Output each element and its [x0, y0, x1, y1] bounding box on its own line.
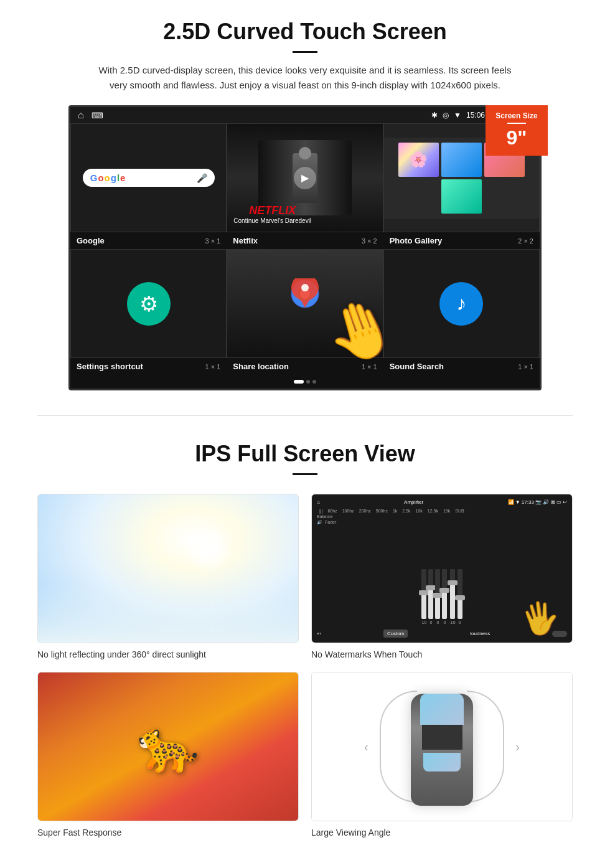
- app-label-row1: Google 3 × 1 Netflix 3 × 2 Photo Gallery…: [70, 232, 540, 249]
- share-location-cell[interactable]: 🤚: [227, 249, 383, 358]
- sound-search-cell[interactable]: ♪: [383, 249, 540, 358]
- usb-icon: ⌨: [92, 111, 103, 120]
- car-view-image: ‹ ›: [311, 672, 573, 821]
- car-body: [411, 694, 473, 806]
- cheetah-emoji: 🐆: [137, 717, 199, 776]
- dot-3: [312, 380, 316, 384]
- amp-nav-back: «‹: [317, 631, 321, 636]
- sunlight-image: [37, 494, 299, 643]
- ips-item-car: ‹ › Large Viewing Angle: [311, 672, 573, 837]
- netflix-label: Netflix 3 × 2: [227, 236, 383, 245]
- amp-home: ⌂: [317, 499, 320, 505]
- car-arrow-right: ›: [515, 740, 520, 754]
- gallery-app-size: 2 × 2: [518, 237, 533, 245]
- netflix-info: NETFLIX Continue Marvel's Daredevil: [233, 204, 311, 224]
- sunlight-flare: [184, 524, 233, 574]
- amp-loudness-label: loudness: [470, 631, 490, 636]
- sunlight-visual: [38, 494, 298, 643]
- sound-search-app-name: Sound Search: [390, 362, 444, 371]
- app-grid-row2: ⚙: [70, 249, 540, 358]
- amp-fader-label: 🔊 Fader: [317, 520, 567, 525]
- amp-hand-icon: 🖐: [518, 597, 562, 639]
- ips-item-sunlight: No light reflecting under 360° direct su…: [37, 494, 299, 659]
- netflix-app-size: 3 × 2: [362, 237, 377, 245]
- amp-bar-4: 0: [442, 569, 447, 625]
- maps-icon: [286, 278, 324, 329]
- car-arrow-left: ‹: [364, 740, 368, 754]
- screen-size-badge: Screen Size 9": [486, 105, 548, 156]
- section1-description: With 2.5D curved-display screen, this de…: [93, 63, 517, 93]
- car-windshield: [420, 694, 464, 725]
- badge-title: Screen Size: [494, 111, 539, 120]
- netflix-logo: NETFLIX: [233, 204, 311, 217]
- amp-freq-labels: ||| 60hz100hz200hz500hz1k2.5k10k12.5k15k…: [317, 509, 567, 513]
- amp-bar-3: 0: [435, 569, 440, 625]
- ips-item-cheetah: 🐆 Super Fast Response: [37, 672, 299, 837]
- section-divider: [37, 415, 573, 416]
- settings-cell[interactable]: ⚙: [70, 249, 227, 358]
- play-button[interactable]: ▶: [294, 167, 316, 189]
- google-logo: Google: [90, 172, 126, 183]
- settings-app-size: 1 × 1: [205, 363, 221, 370]
- badge-size: 9": [494, 126, 539, 149]
- badge-divider: [507, 123, 526, 124]
- amp-balance-label: Balance: [317, 514, 567, 519]
- amp-bar-1: 10: [421, 569, 426, 625]
- watermark-caption: No Watermarks When Touch: [311, 649, 573, 659]
- time-display: 15:06: [466, 111, 485, 120]
- car-caption: Large Viewing Angle: [311, 828, 573, 837]
- section-curved-screen: 2.5D Curved Touch Screen With 2.5D curve…: [0, 0, 610, 397]
- status-bar: ⌂ ⌨ ✱ ◎ ▼ 15:06 ⊡ ◁) ⊠ ▭: [70, 107, 540, 123]
- app-label-row2: Settings shortcut 1 × 1 Share location 1…: [70, 358, 540, 375]
- status-bar-left: ⌂ ⌨: [78, 110, 103, 121]
- amp-custom-btn[interactable]: Custom: [383, 630, 408, 638]
- settings-icon: ⚙: [127, 282, 171, 326]
- amp-title: Amplifier: [404, 499, 423, 505]
- car-roof: [422, 725, 462, 750]
- google-search-bar[interactable]: Google 🎤: [83, 169, 215, 187]
- gallery-thumb-4: [441, 179, 482, 214]
- netflix-cell[interactable]: ▶ NETFLIX Continue Marvel's Daredevil: [227, 123, 383, 232]
- home-icon[interactable]: ⌂: [78, 110, 84, 121]
- car-top-view-visual: ‹ ›: [312, 672, 572, 821]
- dot-1: [294, 380, 304, 384]
- cheetah-caption: Super Fast Response: [37, 828, 299, 837]
- share-location-app-name: Share location: [233, 362, 289, 371]
- google-widget-cell[interactable]: Google 🎤: [70, 123, 227, 232]
- bluetooth-icon: ✱: [431, 111, 438, 120]
- section2-divider: [293, 473, 317, 475]
- pagination-dots: [70, 375, 540, 389]
- netflix-app-name: Netflix: [233, 236, 258, 245]
- sound-search-icon: ♪: [439, 282, 483, 326]
- mic-icon[interactable]: 🎤: [197, 173, 207, 183]
- sound-search-label: Sound Search 1 × 1: [383, 362, 540, 371]
- gallery-thumb-1: 🌸: [398, 143, 439, 177]
- cheetah-image: 🐆: [37, 672, 299, 821]
- settings-app-name: Settings shortcut: [77, 362, 143, 371]
- google-app-size: 3 × 1: [205, 237, 221, 245]
- sound-search-app-size: 1 × 1: [518, 363, 533, 370]
- section-ips: IPS Full Screen View No light reflecting…: [0, 435, 610, 856]
- dot-2: [306, 380, 310, 384]
- amp-header: ⌂ Amplifier 📶 ▼ 17:33 📷 🔊 ⊠ ▭ ↩: [317, 499, 567, 505]
- google-app-name: Google: [77, 236, 105, 245]
- ips-item-watermark: ⌂ Amplifier 📶 ▼ 17:33 📷 🔊 ⊠ ▭ ↩ ||| 60hz…: [311, 494, 573, 659]
- cheetah-visual: 🐆: [38, 672, 298, 821]
- section2-title: IPS Full Screen View: [37, 441, 573, 467]
- sunlight-caption: No light reflecting under 360° direct su…: [37, 649, 299, 659]
- section1-title: 2.5D Curved Touch Screen: [37, 19, 573, 45]
- car-rear-window: [423, 753, 461, 771]
- gallery-thumb-2: [441, 143, 482, 177]
- amplifier-screen: ⌂ Amplifier 📶 ▼ 17:33 📷 🔊 ⊠ ▭ ↩ ||| 60hz…: [312, 494, 572, 643]
- amp-icons: 📶 ▼ 17:33 📷 🔊 ⊠ ▭ ↩: [508, 499, 568, 505]
- gallery-app-name: Photo Gallery: [390, 236, 443, 245]
- device-mockup: Screen Size 9" ⌂ ⌨ ✱ ◎ ▼ 15:06 ⊡ ◁) ⊠: [68, 105, 542, 390]
- location-icon: ◎: [443, 111, 449, 120]
- google-label: Google 3 × 1: [70, 236, 227, 245]
- wifi-icon: ▼: [454, 111, 461, 120]
- app-grid-row1: Google 🎤: [70, 123, 540, 232]
- amp-bar-6: 0: [458, 569, 462, 625]
- car-top-view: ‹ ›: [398, 684, 486, 809]
- google-widget: Google 🎤: [71, 124, 226, 232]
- settings-label: Settings shortcut 1 × 1: [70, 362, 227, 371]
